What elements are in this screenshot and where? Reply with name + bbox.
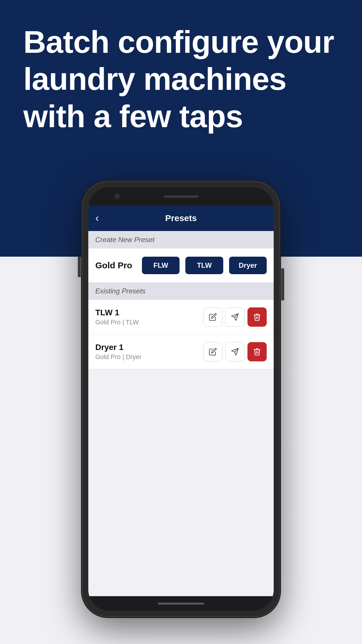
existing-presets-label: Existing Presets (95, 287, 145, 295)
nav-title: Presets (165, 213, 197, 223)
send-tlw1-button[interactable] (225, 307, 245, 327)
create-preset-label: Create New Preset (95, 236, 154, 244)
delete-dryer1-button[interactable] (247, 342, 267, 361)
phone-notch (88, 187, 274, 205)
preset-actions-dryer1 (203, 342, 267, 361)
hero-text: Batch configure your laundry machines wi… (23, 23, 339, 135)
preset-sub-dryer1: Gold Pro | Dryer (95, 353, 203, 361)
create-preset-section-header: Create New Preset (88, 231, 274, 249)
preset-item-dryer1: Dryer 1 Gold Pro | Dryer (88, 335, 274, 369)
preset-sub-tlw1: Gold Pro | TLW (95, 318, 203, 326)
send-icon (231, 348, 239, 356)
delete-tlw1-button[interactable] (247, 307, 267, 327)
machine-selector: Gold Pro FLW TLW Dryer (88, 249, 274, 282)
preset-actions-tlw1 (203, 307, 267, 327)
phone-mockup: ‹ Presets Create New Preset Gold Pro FLW… (82, 181, 280, 617)
home-bar (158, 603, 204, 605)
trash-icon (253, 348, 261, 356)
pencil-icon (209, 313, 217, 321)
empty-screen-area (88, 369, 274, 533)
app-screen: ‹ Presets Create New Preset Gold Pro FLW… (88, 205, 274, 596)
preset-item-tlw1: TLW 1 Gold Pro | TLW (88, 300, 274, 335)
preset-info-tlw1: TLW 1 Gold Pro | TLW (95, 308, 203, 326)
preset-info-dryer1: Dryer 1 Gold Pro | Dryer (95, 343, 203, 361)
edit-tlw1-button[interactable] (203, 307, 222, 327)
back-button[interactable]: ‹ (95, 212, 99, 224)
tlw-button[interactable]: TLW (185, 257, 223, 274)
existing-presets-section-header: Existing Presets (88, 282, 274, 300)
nav-bar: ‹ Presets (88, 205, 274, 231)
send-icon (231, 313, 239, 321)
dryer-button[interactable]: Dryer (229, 257, 267, 274)
trash-icon (253, 313, 261, 321)
home-indicator (88, 596, 274, 611)
phone-camera (115, 194, 120, 199)
pencil-icon (209, 348, 217, 356)
preset-name-dryer1: Dryer 1 (95, 343, 203, 352)
presets-list: TLW 1 Gold Pro | TLW (88, 300, 274, 369)
send-dryer1-button[interactable] (225, 342, 245, 361)
machine-label: Gold Pro (95, 260, 136, 270)
preset-name-tlw1: TLW 1 (95, 308, 203, 317)
phone-outer: ‹ Presets Create New Preset Gold Pro FLW… (82, 181, 280, 617)
edit-dryer1-button[interactable] (203, 342, 222, 361)
flw-button[interactable]: FLW (142, 257, 180, 274)
phone-speaker (164, 195, 198, 198)
phone-inner: ‹ Presets Create New Preset Gold Pro FLW… (88, 187, 274, 611)
